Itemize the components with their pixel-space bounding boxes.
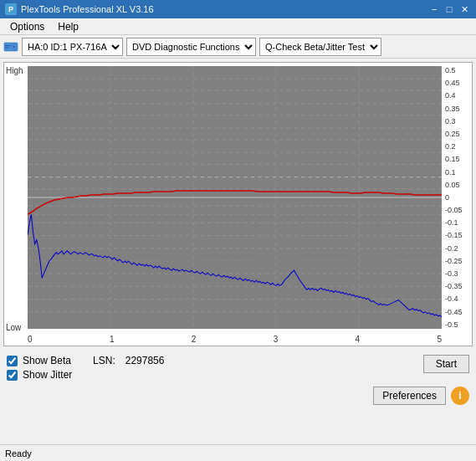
- right-buttons: Start: [423, 355, 469, 373]
- drive-select[interactable]: HA:0 ID:1 PX-716A: [22, 38, 123, 56]
- menu-help[interactable]: Help: [51, 19, 85, 34]
- function-select[interactable]: DVD Diagnostic Functions: [126, 38, 256, 56]
- x-label-4: 4: [356, 335, 361, 344]
- x-axis-labels: 0 1 2 3 4 5: [28, 335, 442, 344]
- main-content: High Low: [0, 62, 476, 461]
- x-label-0: 0: [28, 335, 33, 344]
- checkboxes-col: Show Beta LSN: 2297856 Show Jitter: [7, 355, 164, 383]
- menu-options[interactable]: Options: [3, 19, 51, 34]
- bottom-panel: Show Beta LSN: 2297856 Show Jitter Start…: [0, 350, 476, 410]
- show-beta-label: Show Beta: [23, 355, 71, 366]
- svg-rect-4: [5, 47, 9, 48]
- maximize-button[interactable]: □: [443, 3, 456, 16]
- window-controls[interactable]: − □ ✕: [427, 3, 471, 16]
- chart-area: High Low: [3, 62, 473, 346]
- show-beta-row: Show Beta LSN: 2297856: [7, 355, 164, 366]
- svg-point-2: [13, 46, 15, 48]
- info-button[interactable]: i: [451, 387, 469, 405]
- drive-icon: [3, 39, 18, 54]
- show-jitter-checkbox[interactable]: [7, 370, 18, 381]
- y-axis-right: 0.5 0.45 0.4 0.35 0.3 0.25 0.2 0.15 0.1 …: [443, 66, 472, 329]
- svg-rect-3: [5, 45, 11, 46]
- x-label-2: 2: [192, 335, 197, 344]
- test-select[interactable]: Q-Check Beta/Jitter Test: [259, 38, 381, 56]
- show-jitter-row: Show Jitter: [7, 369, 164, 381]
- status-bar: Ready: [0, 444, 476, 461]
- toolbar: HA:0 ID:1 PX-716A DVD Diagnostic Functio…: [0, 35, 476, 59]
- x-label-5: 5: [437, 335, 442, 344]
- show-jitter-label: Show Jitter: [23, 369, 72, 381]
- y-label-low: Low: [6, 323, 21, 332]
- app-title: PlexTools Professional XL V3.16: [21, 4, 154, 14]
- preferences-button[interactable]: Preferences: [373, 387, 446, 405]
- lsn-label: LSN:: [93, 355, 115, 366]
- minimize-button[interactable]: −: [427, 3, 441, 16]
- x-label-3: 3: [274, 335, 279, 344]
- close-button[interactable]: ✕: [458, 3, 471, 16]
- title-bar: P PlexTools Professional XL V3.16 − □ ✕: [0, 0, 476, 18]
- lsn-value: 2297856: [125, 355, 165, 366]
- menu-bar: Options Help: [0, 18, 476, 35]
- chart-plot: [28, 66, 442, 329]
- status-text: Ready: [5, 448, 32, 458]
- show-beta-checkbox[interactable]: [7, 356, 18, 366]
- app-icon: P: [5, 3, 17, 15]
- start-button[interactable]: Start: [423, 355, 469, 373]
- x-label-1: 1: [110, 335, 115, 344]
- y-label-high: High: [6, 66, 23, 75]
